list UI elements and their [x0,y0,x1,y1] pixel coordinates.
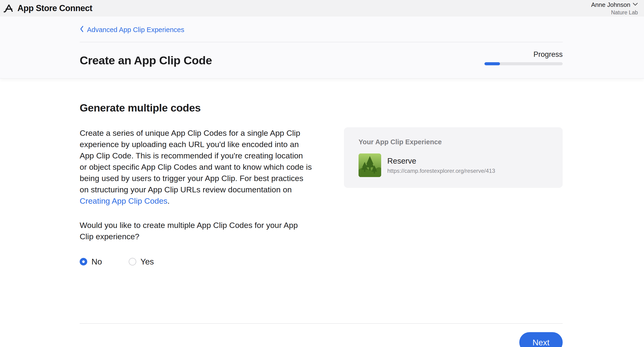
main-content: Generate multiple codes Create a series … [0,102,644,347]
description-before-link: Create a series of unique App Clip Codes… [80,128,312,194]
breadcrumb-label: Advanced App Clip Experiences [87,26,184,34]
radio-option-yes[interactable]: Yes [129,257,154,266]
radio-no-circle[interactable] [80,258,87,266]
radio-yes-circle[interactable] [129,258,136,266]
next-button[interactable]: Next [519,332,563,347]
creating-app-clip-codes-link[interactable]: Creating App Clip Codes [80,196,167,205]
top-nav: App Store Connect Anne Johnson Nature La… [0,0,644,16]
multiple-codes-question: Would you like to create multiple App Cl… [80,220,312,242]
footer-divider [80,324,563,324]
user-menu[interactable]: Anne Johnson Nature Lab [591,1,638,16]
app-url: https://camp.forestexplorer.org/reserve/… [387,168,495,174]
brand: App Store Connect [3,3,92,14]
description-after-link: . [167,196,170,205]
progress-block: Progress [484,50,563,65]
app-title: App Store Connect [18,3,92,13]
forest-trees-icon [358,154,381,177]
app-clip-experience-card: Your App Clip Experience [344,127,563,188]
experience-card-title: Your App Clip Experience [358,138,548,146]
form-column: Create a series of unique App Clip Codes… [80,127,312,266]
page-header: Advanced App Clip Experiences Create an … [0,16,644,78]
chevron-left-icon [80,26,84,34]
description-text: Create a series of unique App Clip Codes… [80,127,312,206]
progress-fill [484,62,500,65]
page-title: Create an App Clip Code [80,54,212,67]
radio-option-no[interactable]: No [80,257,102,266]
app-name: Reserve [387,156,495,166]
app-store-connect-logo-icon [3,3,14,14]
progress-label: Progress [484,50,563,59]
radio-yes-label: Yes [140,257,154,266]
progress-bar [484,62,563,65]
user-organization: Nature Lab [591,10,638,16]
user-name[interactable]: Anne Johnson [591,1,630,8]
breadcrumb[interactable]: Advanced App Clip Experiences [80,26,184,34]
chevron-down-icon [633,2,638,7]
section-title: Generate multiple codes [80,102,563,114]
radio-group: No Yes [80,257,312,266]
radio-no-label: No [92,257,102,266]
